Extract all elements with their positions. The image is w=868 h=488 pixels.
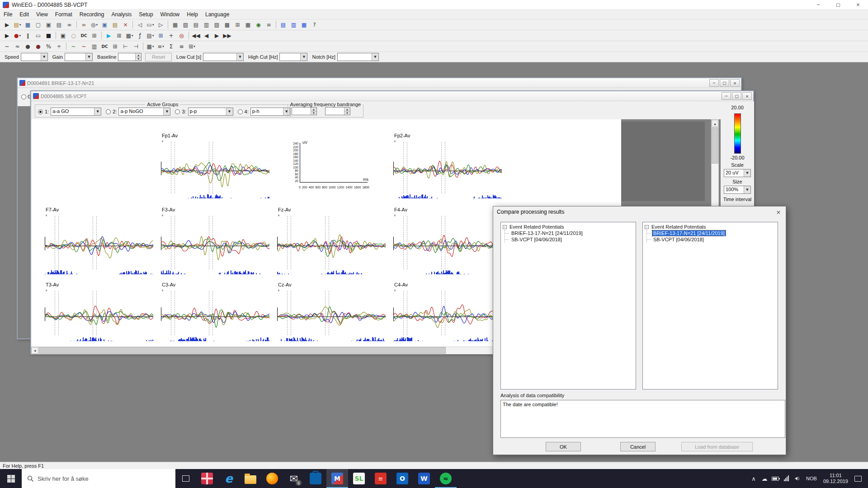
clock[interactable]: 11:01 09.12.2019 (821, 473, 851, 484)
tree-root[interactable]: −Event Related Potentials (644, 224, 777, 230)
spin-up-icon[interactable]: ▲ (136, 53, 141, 57)
erp-waveform-plot[interactable] (161, 139, 269, 200)
onedrive-cloud-icon[interactable]: ☁ (759, 469, 770, 488)
review-mode-icon[interactable]: ▶ (2, 20, 12, 29)
channel-Cz-Av[interactable]: Cz-Av+ (277, 288, 386, 343)
copy-icon[interactable]: ▣ (100, 20, 109, 29)
start-analysis-icon[interactable]: ▶ (104, 31, 113, 40)
epoch-icon[interactable]: ⊞ (114, 31, 124, 40)
tree-item[interactable]: BRIEF-13-17-N=21 [24/11/2019] (505, 230, 635, 236)
sum-icon[interactable]: Σ (166, 42, 176, 51)
child-close-button[interactable]: × (742, 92, 752, 100)
scroll-up-icon[interactable]: ▲ (712, 120, 718, 127)
filter-icon[interactable]: ƒ (135, 31, 145, 40)
gain-select[interactable]: ▼ (65, 53, 93, 61)
channel-F4-Av[interactable]: F4-Av+ (393, 213, 502, 276)
grid-icon[interactable]: ⊞ (90, 31, 99, 40)
reference-combo-icon[interactable]: ▤▾ (146, 31, 155, 40)
left-results-tree[interactable]: −Event Related PotentialsBRIEF-13-17-N=2… (500, 222, 636, 389)
channel-C3-Av[interactable]: C3-Av+ (161, 288, 269, 343)
left-interval-icon[interactable]: ⊢ (121, 42, 130, 51)
chevron-down-icon[interactable]: ▾ (132, 34, 133, 38)
spin-up-icon[interactable]: ▲ (311, 108, 316, 112)
child-minimize-button[interactable]: ─ (709, 79, 719, 87)
open-file-icon[interactable]: ▤▾ (13, 20, 22, 29)
page-setup-icon[interactable]: ▤ (54, 20, 64, 29)
close-button[interactable]: × (848, 0, 868, 9)
chevron-down-icon[interactable]: ▼ (744, 186, 750, 193)
group-2-select[interactable]: a-p NoGO▼ (118, 108, 170, 116)
menu-window[interactable]: Window (157, 10, 184, 19)
group-1-radio[interactable] (38, 109, 43, 114)
chevron-down-icon[interactable]: ▼ (226, 108, 233, 115)
tree-item[interactable]: BRIEF-13-17-N=21 [24/11/2019] (647, 230, 777, 236)
menu-edit[interactable]: Edit (16, 10, 33, 19)
chevron-down-icon[interactable]: ▼ (41, 53, 47, 61)
chevron-down-icon[interactable]: ▾ (19, 34, 21, 38)
child-restore-button[interactable]: ▢ (720, 79, 729, 87)
frame-icon[interactable]: ▭ (33, 31, 43, 40)
fragment-select-icon[interactable]: ▭▾ (146, 20, 155, 29)
next-screen-icon[interactable]: ▶ (212, 31, 222, 40)
scroll-thumb[interactable] (712, 127, 718, 164)
taskbar-app-sl-app[interactable]: SL (348, 469, 370, 488)
ratio-icon[interactable]: ÷ (54, 42, 64, 51)
dot-display-icon[interactable]: ● (23, 42, 33, 51)
tree-item-label[interactable]: BRIEF-13-17-N=21 [24/11/2019] (652, 230, 726, 236)
chevron-down-icon[interactable]: ▾ (19, 23, 21, 27)
group-3-radio[interactable] (175, 109, 180, 114)
group-4-radio[interactable] (238, 109, 243, 114)
montage-1-icon[interactable]: ▦ (170, 20, 180, 29)
target-icon[interactable]: ◎ (177, 31, 186, 40)
taskbar-app-file-explorer[interactable] (240, 469, 261, 488)
spin-up-icon[interactable]: ▲ (344, 108, 350, 112)
child-restore-button[interactable]: ▢ (732, 92, 741, 100)
erp-waveform-plot[interactable] (393, 139, 502, 200)
bandrange-high-spinner[interactable]: ▲▼ (325, 107, 350, 115)
taskbar-app-gift-app[interactable] (196, 469, 218, 488)
taskbar-app-mail-app[interactable]: ✉5 (283, 469, 305, 488)
map-montage-icon[interactable]: ◉ (254, 20, 263, 29)
scale-preset-icon[interactable]: ≡▾ (156, 42, 165, 51)
chevron-down-icon[interactable]: ▼ (300, 53, 307, 61)
reset-button[interactable]: Reset (145, 53, 172, 61)
taskbar-app-wineeg-app[interactable]: M (326, 469, 348, 488)
tree-item-label[interactable]: BRIEF-13-17-N=21 [24/11/2019] (510, 230, 584, 236)
collapse-icon[interactable]: − (503, 225, 507, 229)
task-view-button[interactable] (175, 469, 196, 488)
channel-C4-Av[interactable]: C4-Av+ (393, 288, 502, 343)
erp-waveform-plot[interactable] (161, 213, 269, 276)
chevron-down-icon[interactable]: ▾ (96, 23, 98, 27)
tile-horizontal-icon[interactable]: ▤ (278, 20, 288, 29)
dc-correction-icon[interactable]: DC (79, 31, 89, 40)
chevron-down-icon[interactable]: ▼ (744, 169, 750, 177)
ok-button[interactable]: OK (546, 442, 581, 451)
start-button[interactable] (0, 469, 22, 488)
stop-icon[interactable]: ■ (44, 31, 53, 40)
taskbar-search[interactable]: Skriv her for å søke (22, 469, 175, 488)
erp-waveform-plot[interactable] (277, 288, 386, 343)
menu-setup[interactable]: Setup (135, 10, 156, 19)
volume-icon[interactable]: ) (792, 469, 802, 488)
montage-5-icon[interactable]: ▨ (212, 20, 222, 29)
new-exam-icon[interactable]: ▢ (33, 20, 43, 29)
print-icon[interactable]: ▣ (44, 20, 53, 29)
chevron-down-icon[interactable]: ▾ (152, 45, 154, 48)
erp-waveform-plot[interactable] (161, 288, 269, 343)
montage-3-icon[interactable]: ▤ (191, 20, 201, 29)
child-minimize-button[interactable]: ─ (722, 92, 731, 100)
scale-select[interactable]: 20 uV▼ (724, 169, 751, 177)
play-icon[interactable]: ▶ (2, 31, 12, 40)
menu-language[interactable]: Language (202, 10, 233, 19)
record-icon[interactable]: ●▾ (13, 31, 22, 40)
taskbar-app-pdf-app[interactable]: ≡ (370, 469, 392, 488)
menu-analysis[interactable]: Analysis (108, 10, 136, 19)
prev-screen-icon[interactable]: ◀ (202, 31, 211, 40)
spin-down-icon[interactable]: ▼ (344, 112, 350, 115)
speed-select[interactable]: ▼ (21, 53, 48, 61)
percent-icon[interactable]: % (44, 42, 53, 51)
group-4-select[interactable]: p-h▼ (250, 108, 290, 116)
child1-titlebar[interactable]: D0004891 BRIEF-13-17-N=21 ─ ▢ × (18, 78, 741, 88)
tree-item[interactable]: SB-VCPT [04/06/2018] (647, 236, 777, 243)
menu-view[interactable]: View (33, 10, 52, 19)
